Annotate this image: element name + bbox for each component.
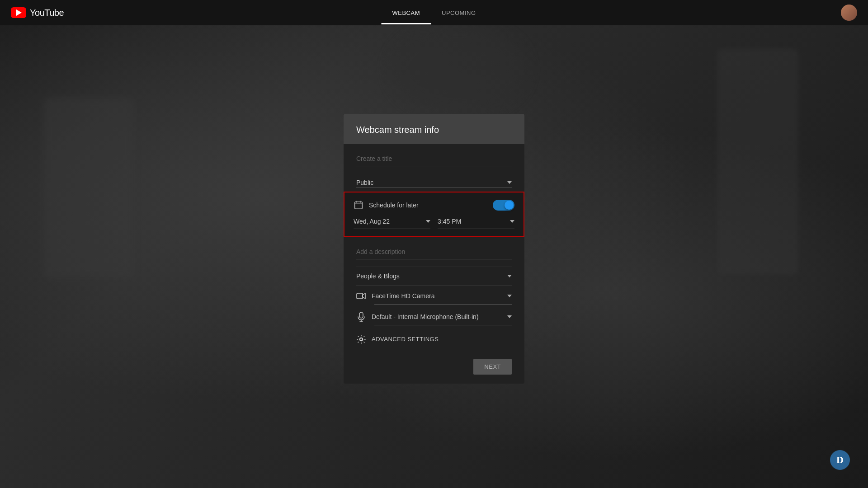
visibility-chevron-icon [507, 181, 512, 184]
title-input[interactable] [356, 151, 512, 166]
category-value: People & Blogs [356, 272, 400, 280]
schedule-label: Schedule for later [369, 202, 419, 209]
camera-chevron-icon [507, 295, 512, 297]
modal-footer: NEXT [344, 352, 524, 384]
youtube-logo[interactable]: YouTube [11, 7, 64, 18]
disqus-button[interactable]: D [830, 450, 850, 470]
camera-value: FaceTime HD Camera [372, 292, 435, 300]
svg-rect-0 [355, 202, 363, 209]
date-value: Wed, Aug 22 [354, 218, 390, 225]
disqus-letter: D [836, 454, 844, 466]
description-input[interactable] [356, 244, 512, 259]
visibility-underline [356, 188, 512, 188]
svg-point-8 [360, 338, 363, 341]
calendar-icon [354, 200, 363, 210]
microphone-value: Default - Internal Microphone (Built-in) [372, 313, 479, 320]
navbar-tabs: WEBCAM UPCOMING [382, 1, 487, 24]
date-select[interactable]: Wed, Aug 22 [354, 218, 430, 229]
next-button[interactable]: NEXT [473, 359, 512, 375]
schedule-datetime: Wed, Aug 22 3:45 PM [344, 216, 524, 236]
schedule-for-later-box: Schedule for later Wed, Aug 22 [344, 192, 524, 237]
camera-select[interactable]: FaceTime HD Camera [372, 292, 512, 300]
time-value: 3:45 PM [438, 218, 461, 225]
category-select-group[interactable]: People & Blogs [344, 267, 524, 285]
camera-icon [356, 291, 366, 301]
webcam-stream-modal: Webcam stream info Public [344, 114, 524, 384]
tab-upcoming[interactable]: UPCOMING [431, 1, 487, 24]
modal-overlay: Webcam stream info Public [0, 0, 868, 488]
modal-header: Webcam stream info [344, 114, 524, 144]
advanced-settings-row[interactable]: ADVANCED SETTINGS [344, 327, 524, 352]
microphone-select[interactable]: Default - Internal Microphone (Built-in) [372, 313, 512, 320]
modal-title: Webcam stream info [356, 125, 512, 135]
modal-body: Public Schedule for later [344, 144, 524, 352]
youtube-wordmark: YouTube [30, 8, 64, 18]
microphone-chevron-icon [507, 315, 512, 318]
navbar: YouTube WEBCAM UPCOMING [0, 0, 868, 25]
camera-underline [374, 304, 512, 305]
svg-rect-5 [359, 312, 363, 318]
camera-device-row: FaceTime HD Camera [344, 286, 524, 306]
avatar-image [841, 5, 857, 21]
description-group [344, 237, 524, 267]
visibility-select-group[interactable]: Public [344, 174, 524, 192]
microphone-device-row: Default - Internal Microphone (Built-in) [344, 306, 524, 327]
category-chevron-icon [507, 275, 512, 277]
schedule-header: Schedule for later [344, 192, 524, 216]
toggle-track [493, 200, 514, 211]
schedule-toggle[interactable] [493, 200, 514, 211]
microphone-underline [374, 325, 512, 325]
yt-logo-icon [11, 7, 26, 18]
title-group [344, 144, 524, 174]
tab-webcam[interactable]: WEBCAM [382, 1, 431, 24]
advanced-settings-label: ADVANCED SETTINGS [372, 336, 439, 343]
gear-icon [356, 334, 366, 344]
schedule-label-row: Schedule for later [354, 200, 419, 210]
visibility-value: Public [356, 179, 373, 186]
toggle-thumb [505, 201, 514, 210]
microphone-icon [356, 312, 366, 322]
play-triangle-icon [16, 9, 22, 16]
user-avatar[interactable] [841, 5, 857, 21]
time-chevron-icon [510, 220, 514, 223]
time-select[interactable]: 3:45 PM [438, 218, 514, 229]
svg-rect-4 [357, 293, 363, 299]
date-chevron-icon [426, 220, 430, 223]
